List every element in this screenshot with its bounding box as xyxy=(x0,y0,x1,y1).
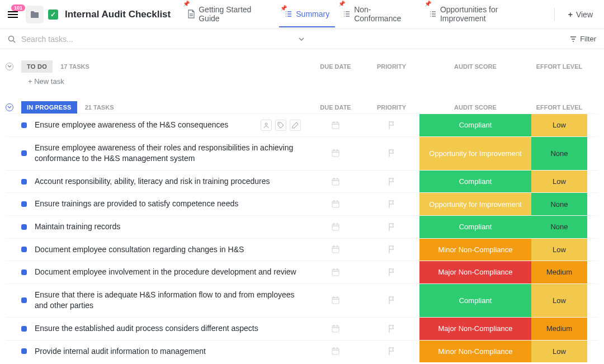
effort-level-cell[interactable]: Low xyxy=(531,341,587,363)
collapse-toggle[interactable] xyxy=(6,103,13,111)
tab-label: Summary xyxy=(296,10,329,18)
tab-opportunities-for-improvement[interactable]: 📌Opportunities for Improvement xyxy=(423,0,548,32)
task-count: 17 TASKS xyxy=(60,63,89,70)
due-date-cell[interactable] xyxy=(308,261,364,283)
priority-cell[interactable] xyxy=(364,171,419,193)
task-title: Ensure that there is adequate H&S inform… xyxy=(35,284,308,317)
chevron-down-icon[interactable] xyxy=(298,36,305,42)
col-effort-level: EFFORT LEVEL xyxy=(531,63,587,70)
status-box[interactable] xyxy=(21,150,27,156)
status-pill[interactable]: TO DO xyxy=(21,60,53,73)
status-box[interactable] xyxy=(21,224,27,230)
edit-button[interactable] xyxy=(290,120,301,131)
audit-score-cell[interactable]: Compliant xyxy=(419,284,531,317)
effort-level-cell[interactable]: Low xyxy=(531,171,587,193)
task-title: Document employee consultation regarding… xyxy=(35,239,308,261)
task-row[interactable]: Ensure trainings are provided to satisfy… xyxy=(6,192,598,215)
due-date-cell[interactable] xyxy=(308,284,364,317)
tag-button[interactable] xyxy=(275,120,286,131)
task-row[interactable]: Document employee involvement in the pro… xyxy=(6,261,598,283)
priority-cell[interactable] xyxy=(364,137,419,170)
priority-cell[interactable] xyxy=(364,216,419,238)
task-row[interactable]: Ensure employee awareness of their roles… xyxy=(6,136,598,170)
priority-cell[interactable] xyxy=(364,284,419,317)
effort-level-cell[interactable]: Low xyxy=(531,284,587,317)
audit-score-cell[interactable]: Minor Non-Compliance xyxy=(419,341,531,363)
due-date-cell[interactable] xyxy=(308,137,364,170)
new-task-button[interactable]: + New task xyxy=(6,73,598,90)
assign-button[interactable] xyxy=(261,120,272,131)
collapse-toggle[interactable] xyxy=(6,63,13,70)
tab-getting-started-guide[interactable]: 📌Getting Started Guide xyxy=(182,0,277,32)
audit-score-cell[interactable]: Opportunity for Improvement xyxy=(419,193,531,215)
due-date-cell[interactable] xyxy=(308,114,364,136)
due-date-cell[interactable] xyxy=(308,239,364,261)
effort-level-cell[interactable]: Medium xyxy=(531,261,587,283)
task-row[interactable]: Provide internal audit information to ma… xyxy=(6,340,598,363)
col-audit-score: AUDIT SCORE xyxy=(419,63,531,70)
status-box[interactable] xyxy=(21,270,27,275)
status-box[interactable] xyxy=(21,201,27,207)
view-button[interactable]: + View xyxy=(561,2,600,27)
list-icon xyxy=(343,10,351,18)
status-box[interactable] xyxy=(21,247,27,252)
task-title: Ensure the established audit process con… xyxy=(35,318,308,340)
task-row[interactable]: Account responsibility, ability, literac… xyxy=(6,170,598,193)
effort-level-cell[interactable]: None xyxy=(531,193,587,215)
due-date-cell[interactable] xyxy=(308,216,364,238)
search-input[interactable] xyxy=(21,35,276,44)
menu-button[interactable]: 101 xyxy=(4,8,21,21)
audit-score-cell[interactable]: Major Non-Compliance xyxy=(419,261,531,283)
divider xyxy=(554,8,555,21)
task-row[interactable]: Ensure that there is adequate H&S inform… xyxy=(6,283,598,317)
effort-level-cell[interactable]: Low xyxy=(531,114,587,136)
tab-non-conformance[interactable]: 📌Non-Conformance xyxy=(337,0,421,32)
priority-cell[interactable] xyxy=(364,239,419,261)
audit-score-cell[interactable]: Opportunity for Improvement xyxy=(419,137,531,170)
svg-rect-12 xyxy=(332,179,339,185)
status-box[interactable] xyxy=(21,348,27,354)
filter-button[interactable]: Filter xyxy=(570,35,596,43)
svg-rect-40 xyxy=(332,348,339,354)
priority-cell[interactable] xyxy=(364,318,419,340)
filter-label: Filter xyxy=(580,35,596,43)
task-count: 21 TASKS xyxy=(85,104,114,111)
status-box[interactable] xyxy=(21,122,27,128)
audit-score-cell[interactable]: Compliant xyxy=(419,216,531,238)
pin-icon: 📌 xyxy=(424,1,431,7)
status-box[interactable] xyxy=(21,179,27,185)
effort-level-cell[interactable]: None xyxy=(531,216,587,238)
pin-icon: 📌 xyxy=(183,1,190,7)
status-box[interactable] xyxy=(21,326,27,332)
status-pill[interactable]: IN PROGRESS xyxy=(21,101,77,114)
audit-score-cell[interactable]: Major Non-Compliance xyxy=(419,318,531,340)
task-row[interactable]: Ensure employee awareness of the H&S con… xyxy=(6,114,598,136)
task-row[interactable]: Ensure the established audit process con… xyxy=(6,317,598,340)
priority-cell[interactable] xyxy=(364,261,419,283)
effort-level-cell[interactable]: Medium xyxy=(531,318,587,340)
priority-cell[interactable] xyxy=(364,341,419,363)
effort-level-cell[interactable]: Low xyxy=(531,239,587,261)
tab-summary[interactable]: 📌Summary xyxy=(279,2,335,27)
audit-score-cell[interactable]: Compliant xyxy=(419,171,531,193)
column-headers: DUE DATEPRIORITYAUDIT SCOREEFFORT LEVEL xyxy=(308,63,598,70)
audit-score-cell[interactable]: Minor Non-Compliance xyxy=(419,239,531,261)
priority-cell[interactable] xyxy=(364,114,419,136)
col-due-date: DUE DATE xyxy=(308,104,364,111)
svg-line-1 xyxy=(13,41,15,42)
task-row[interactable]: Maintain training recordsCompliantNone xyxy=(6,215,598,238)
status-box[interactable] xyxy=(21,297,27,303)
folder-button[interactable] xyxy=(26,6,44,23)
due-date-cell[interactable] xyxy=(308,341,364,363)
notification-badge: 101 xyxy=(11,4,25,11)
due-date-cell[interactable] xyxy=(308,318,364,340)
section-in-progress: IN PROGRESS21 TASKSDUE DATEPRIORITYAUDIT… xyxy=(0,90,604,362)
col-due-date: DUE DATE xyxy=(308,63,364,70)
task-row[interactable]: Document employee consultation regarding… xyxy=(6,238,598,261)
audit-score-cell[interactable]: Compliant xyxy=(419,114,531,136)
due-date-cell[interactable] xyxy=(308,171,364,193)
list-icon xyxy=(429,10,437,18)
effort-level-cell[interactable]: None xyxy=(531,137,587,170)
due-date-cell[interactable] xyxy=(308,193,364,215)
priority-cell[interactable] xyxy=(364,193,419,215)
